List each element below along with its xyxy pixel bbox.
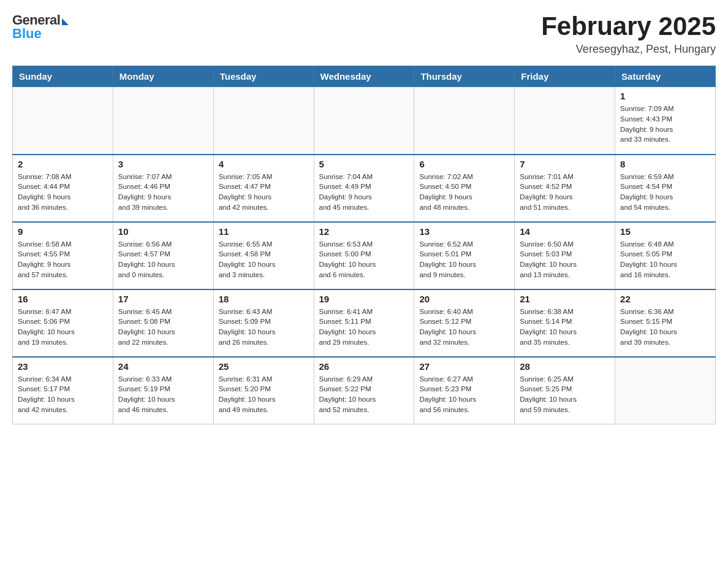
day-info: Sunrise: 6:25 AMSunset: 5:25 PMDaylight:… bbox=[520, 374, 610, 415]
day-info: Sunrise: 6:41 AMSunset: 5:11 PMDaylight:… bbox=[319, 307, 409, 348]
day-number: 16 bbox=[18, 294, 108, 304]
day-info: Sunrise: 6:58 AMSunset: 4:55 PMDaylight:… bbox=[18, 239, 108, 280]
calendar-cell: 16Sunrise: 6:47 AMSunset: 5:06 PMDayligh… bbox=[13, 289, 113, 357]
day-info: Sunrise: 6:36 AMSunset: 5:15 PMDaylight:… bbox=[620, 307, 710, 348]
day-info: Sunrise: 7:01 AMSunset: 4:52 PMDaylight:… bbox=[520, 172, 610, 213]
day-header-tuesday: Tuesday bbox=[213, 66, 314, 87]
day-number: 27 bbox=[419, 361, 509, 372]
calendar-cell: 24Sunrise: 6:33 AMSunset: 5:19 PMDayligh… bbox=[113, 357, 213, 424]
day-number: 21 bbox=[520, 294, 610, 304]
day-info: Sunrise: 7:05 AMSunset: 4:47 PMDaylight:… bbox=[219, 172, 309, 213]
day-number: 26 bbox=[319, 361, 409, 372]
title-section: February 2025 Veresegyhaz, Pest, Hungary bbox=[541, 12, 716, 56]
day-info: Sunrise: 6:48 AMSunset: 5:05 PMDaylight:… bbox=[620, 239, 710, 280]
day-number: 18 bbox=[219, 294, 309, 304]
logo-arrow-icon bbox=[62, 18, 69, 25]
calendar-cell: 3Sunrise: 7:07 AMSunset: 4:46 PMDaylight… bbox=[113, 155, 213, 222]
calendar-cell: 28Sunrise: 6:25 AMSunset: 5:25 PMDayligh… bbox=[515, 357, 615, 424]
calendar-cell: 12Sunrise: 6:53 AMSunset: 5:00 PMDayligh… bbox=[314, 222, 414, 289]
day-number: 28 bbox=[520, 361, 610, 372]
day-number: 6 bbox=[419, 159, 509, 169]
calendar-cell: 13Sunrise: 6:52 AMSunset: 5:01 PMDayligh… bbox=[414, 222, 515, 289]
calendar-cell bbox=[314, 87, 414, 155]
day-info: Sunrise: 6:59 AMSunset: 4:54 PMDaylight:… bbox=[620, 172, 710, 213]
day-number: 11 bbox=[219, 226, 309, 237]
calendar-cell bbox=[515, 87, 615, 155]
day-number: 17 bbox=[118, 294, 208, 304]
calendar-subtitle: Veresegyhaz, Pest, Hungary bbox=[541, 43, 716, 56]
calendar-cell: 4Sunrise: 7:05 AMSunset: 4:47 PMDaylight… bbox=[213, 155, 314, 222]
calendar-cell: 23Sunrise: 6:34 AMSunset: 5:17 PMDayligh… bbox=[13, 357, 113, 424]
day-number: 14 bbox=[520, 226, 610, 237]
day-info: Sunrise: 6:33 AMSunset: 5:19 PMDaylight:… bbox=[118, 374, 208, 415]
week-row-4: 16Sunrise: 6:47 AMSunset: 5:06 PMDayligh… bbox=[13, 289, 716, 357]
day-header-saturday: Saturday bbox=[615, 66, 716, 87]
calendar-cell: 25Sunrise: 6:31 AMSunset: 5:20 PMDayligh… bbox=[213, 357, 314, 424]
day-number: 23 bbox=[18, 361, 108, 372]
calendar-cell: 1Sunrise: 7:09 AMSunset: 4:43 PMDaylight… bbox=[615, 87, 716, 155]
day-header-friday: Friday bbox=[515, 66, 615, 87]
calendar-cell: 5Sunrise: 7:04 AMSunset: 4:49 PMDaylight… bbox=[314, 155, 414, 222]
day-header-sunday: Sunday bbox=[13, 66, 113, 87]
day-number: 19 bbox=[319, 294, 409, 304]
calendar-cell: 20Sunrise: 6:40 AMSunset: 5:12 PMDayligh… bbox=[414, 289, 515, 357]
calendar-title: February 2025 bbox=[541, 12, 716, 40]
calendar-cell: 19Sunrise: 6:41 AMSunset: 5:11 PMDayligh… bbox=[314, 289, 414, 357]
day-info: Sunrise: 6:52 AMSunset: 5:01 PMDaylight:… bbox=[419, 239, 509, 280]
day-info: Sunrise: 6:34 AMSunset: 5:17 PMDaylight:… bbox=[18, 374, 108, 415]
page-header: General Blue February 2025 Veresegyhaz, … bbox=[12, 12, 716, 56]
day-info: Sunrise: 6:43 AMSunset: 5:09 PMDaylight:… bbox=[219, 307, 309, 348]
day-number: 4 bbox=[219, 159, 309, 169]
calendar-cell bbox=[615, 357, 716, 424]
calendar-cell: 11Sunrise: 6:55 AMSunset: 4:58 PMDayligh… bbox=[213, 222, 314, 289]
week-row-3: 9Sunrise: 6:58 AMSunset: 4:55 PMDaylight… bbox=[13, 222, 716, 289]
calendar-cell: 7Sunrise: 7:01 AMSunset: 4:52 PMDaylight… bbox=[515, 155, 615, 222]
calendar-cell bbox=[213, 87, 314, 155]
calendar-cell: 18Sunrise: 6:43 AMSunset: 5:09 PMDayligh… bbox=[213, 289, 314, 357]
day-number: 9 bbox=[18, 226, 108, 237]
day-number: 25 bbox=[219, 361, 309, 372]
calendar-cell: 22Sunrise: 6:36 AMSunset: 5:15 PMDayligh… bbox=[615, 289, 716, 357]
day-info: Sunrise: 6:31 AMSunset: 5:20 PMDaylight:… bbox=[219, 374, 309, 415]
calendar-cell: 21Sunrise: 6:38 AMSunset: 5:14 PMDayligh… bbox=[515, 289, 615, 357]
calendar-cell: 27Sunrise: 6:27 AMSunset: 5:23 PMDayligh… bbox=[414, 357, 515, 424]
logo: General Blue bbox=[12, 12, 69, 40]
day-info: Sunrise: 6:55 AMSunset: 4:58 PMDaylight:… bbox=[219, 239, 309, 280]
calendar-cell: 17Sunrise: 6:45 AMSunset: 5:08 PMDayligh… bbox=[113, 289, 213, 357]
week-row-1: 1Sunrise: 7:09 AMSunset: 4:43 PMDaylight… bbox=[13, 87, 716, 155]
calendar-cell bbox=[13, 87, 113, 155]
week-row-5: 23Sunrise: 6:34 AMSunset: 5:17 PMDayligh… bbox=[13, 357, 716, 424]
day-info: Sunrise: 7:08 AMSunset: 4:44 PMDaylight:… bbox=[18, 172, 108, 213]
day-number: 1 bbox=[620, 91, 710, 101]
day-number: 22 bbox=[620, 294, 710, 304]
day-header-wednesday: Wednesday bbox=[314, 66, 414, 87]
day-info: Sunrise: 6:50 AMSunset: 5:03 PMDaylight:… bbox=[520, 239, 610, 280]
day-number: 2 bbox=[18, 159, 108, 169]
day-number: 13 bbox=[419, 226, 509, 237]
day-info: Sunrise: 6:53 AMSunset: 5:00 PMDaylight:… bbox=[319, 239, 409, 280]
days-header-row: SundayMondayTuesdayWednesdayThursdayFrid… bbox=[13, 66, 716, 87]
calendar-cell: 26Sunrise: 6:29 AMSunset: 5:22 PMDayligh… bbox=[314, 357, 414, 424]
calendar-cell: 9Sunrise: 6:58 AMSunset: 4:55 PMDaylight… bbox=[13, 222, 113, 289]
day-info: Sunrise: 6:56 AMSunset: 4:57 PMDaylight:… bbox=[118, 239, 208, 280]
day-info: Sunrise: 6:29 AMSunset: 5:22 PMDaylight:… bbox=[319, 374, 409, 415]
calendar-cell: 2Sunrise: 7:08 AMSunset: 4:44 PMDaylight… bbox=[13, 155, 113, 222]
day-number: 7 bbox=[520, 159, 610, 169]
day-header-monday: Monday bbox=[113, 66, 213, 87]
day-header-thursday: Thursday bbox=[414, 66, 515, 87]
calendar-cell bbox=[113, 87, 213, 155]
day-number: 12 bbox=[319, 226, 409, 237]
day-number: 8 bbox=[620, 159, 710, 169]
day-number: 5 bbox=[319, 159, 409, 169]
day-info: Sunrise: 7:04 AMSunset: 4:49 PMDaylight:… bbox=[319, 172, 409, 213]
calendar-table: SundayMondayTuesdayWednesdayThursdayFrid… bbox=[12, 66, 716, 424]
calendar-cell: 15Sunrise: 6:48 AMSunset: 5:05 PMDayligh… bbox=[615, 222, 716, 289]
day-info: Sunrise: 6:47 AMSunset: 5:06 PMDaylight:… bbox=[18, 307, 108, 348]
calendar-cell bbox=[414, 87, 515, 155]
day-info: Sunrise: 6:40 AMSunset: 5:12 PMDaylight:… bbox=[419, 307, 509, 348]
day-number: 15 bbox=[620, 226, 710, 237]
calendar-cell: 10Sunrise: 6:56 AMSunset: 4:57 PMDayligh… bbox=[113, 222, 213, 289]
day-number: 24 bbox=[118, 361, 208, 372]
day-number: 20 bbox=[419, 294, 509, 304]
week-row-2: 2Sunrise: 7:08 AMSunset: 4:44 PMDaylight… bbox=[13, 155, 716, 222]
